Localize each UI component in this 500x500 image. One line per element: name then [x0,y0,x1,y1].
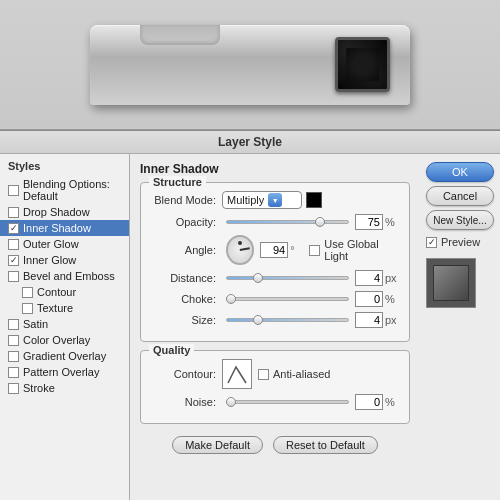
choke-unit: % [385,293,399,305]
use-global-light-label[interactable]: Use Global Light [309,238,399,262]
opacity-slider-track [226,220,349,224]
dialog-title: Layer Style [0,131,500,154]
anti-aliased-label[interactable]: Anti-aliased [258,368,330,380]
opacity-unit: % [385,216,399,228]
style-checkbox-color-overlay[interactable] [8,335,19,346]
cancel-button[interactable]: Cancel [426,186,494,206]
style-item-pattern-overlay[interactable]: Pattern Overlay [0,364,129,380]
distance-unit: px [385,272,399,284]
size-slider-track [226,318,349,322]
style-checkbox-satin[interactable] [8,319,19,330]
angle-label: Angle: [151,244,216,256]
contour-thumbnail[interactable] [222,359,252,389]
style-checkbox-texture[interactable] [22,303,33,314]
style-item-stroke[interactable]: Stroke [0,380,129,396]
noise-slider[interactable] [226,396,349,408]
style-item-contour[interactable]: Contour [0,284,129,300]
size-input[interactable] [355,312,383,328]
new-style-button[interactable]: New Style... [426,210,494,230]
style-checkbox-drop-shadow[interactable] [8,207,19,218]
style-item-color-overlay[interactable]: Color Overlay [0,332,129,348]
blend-mode-dropdown[interactable]: Multiply ▼ [222,191,302,209]
contour-controls: Anti-aliased [222,359,399,389]
contour-row: Contour: Anti-aliased [151,359,399,389]
distance-label: Distance: [151,272,216,284]
style-checkbox-blending[interactable] [8,185,19,196]
preview-check-row[interactable]: Preview [426,236,494,248]
angle-unit: ° [290,244,303,256]
angle-row: Angle: ° Use Global Light [151,235,399,265]
structure-group-title: Structure [149,176,206,188]
preview-object [90,25,410,105]
style-item-texture[interactable]: Texture [0,300,129,316]
distance-slider[interactable] [226,272,349,284]
style-item-inner-glow[interactable]: Inner Glow [0,252,129,268]
style-item-gradient-overlay[interactable]: Gradient Overlay [0,348,129,364]
opacity-row: Opacity: % [151,214,399,230]
choke-slider-track [226,297,349,301]
layer-preview-area [0,0,500,130]
style-item-satin[interactable]: Satin [0,316,129,332]
distance-input[interactable] [355,270,383,286]
style-checkbox-stroke[interactable] [8,383,19,394]
style-item-inner-shadow[interactable]: Inner Shadow [0,220,129,236]
blend-mode-row: Blend Mode: Multiply ▼ [151,191,399,209]
choke-input[interactable] [355,291,383,307]
noise-label: Noise: [151,396,216,408]
blend-mode-label: Blend Mode: [151,194,216,206]
choke-slider[interactable] [226,293,349,305]
reset-to-default-button[interactable]: Reset to Default [273,436,378,454]
opacity-controls: % [222,214,399,230]
anti-aliased-checkbox[interactable] [258,369,269,380]
blend-mode-controls: Multiply ▼ [222,191,399,209]
style-item-blending-options[interactable]: Blending Options: Default [0,176,129,204]
styles-panel: Styles Blending Options: Default Drop Sh… [0,154,130,500]
preview-checkbox[interactable] [426,237,437,248]
opacity-slider[interactable] [226,216,349,228]
angle-controls: ° Use Global Light [222,235,399,265]
style-item-outer-glow[interactable]: Outer Glow [0,236,129,252]
noise-row: Noise: % [151,394,399,410]
style-checkbox-contour[interactable] [22,287,33,298]
opacity-label: Opacity: [151,216,216,228]
noise-unit: % [385,396,399,408]
noise-slider-track [226,400,349,404]
choke-slider-thumb[interactable] [226,294,236,304]
blend-mode-color-swatch[interactable] [306,192,322,208]
angle-input[interactable] [260,242,288,258]
opacity-slider-thumb[interactable] [315,217,325,227]
distance-slider-track [226,276,349,280]
size-label: Size: [151,314,216,326]
distance-controls: px [222,270,399,286]
noise-slider-thumb[interactable] [226,397,236,407]
size-slider-thumb[interactable] [253,315,263,325]
style-item-drop-shadow[interactable]: Drop Shadow [0,204,129,220]
ok-button[interactable]: OK [426,162,494,182]
size-controls: px [222,312,399,328]
preview-lens [335,37,390,92]
preview-thumbnail [426,258,476,308]
structure-group: Structure Blend Mode: Multiply ▼ Opacity… [140,182,410,342]
choke-controls: % [222,291,399,307]
quality-group: Quality Contour: Anti-aliased [140,350,410,424]
make-default-button[interactable]: Make Default [172,436,263,454]
style-item-bevel-emboss[interactable]: Bevel and Emboss [0,268,129,284]
dialog-body: Styles Blending Options: Default Drop Sh… [0,154,500,500]
distance-row: Distance: px [151,270,399,286]
angle-dial[interactable] [226,235,254,265]
styles-panel-title: Styles [0,158,129,176]
style-checkbox-bevel-emboss[interactable] [8,271,19,282]
style-checkbox-outer-glow[interactable] [8,239,19,250]
use-global-light-checkbox[interactable] [309,245,320,256]
style-checkbox-pattern-overlay[interactable] [8,367,19,378]
opacity-input[interactable] [355,214,383,230]
size-slider[interactable] [226,314,349,326]
choke-label: Choke: [151,293,216,305]
choke-row: Choke: % [151,291,399,307]
style-checkbox-gradient-overlay[interactable] [8,351,19,362]
noise-input[interactable] [355,394,383,410]
style-checkbox-inner-shadow[interactable] [8,223,19,234]
style-checkbox-inner-glow[interactable] [8,255,19,266]
dropdown-arrow-icon: ▼ [268,193,282,207]
distance-slider-thumb[interactable] [253,273,263,283]
